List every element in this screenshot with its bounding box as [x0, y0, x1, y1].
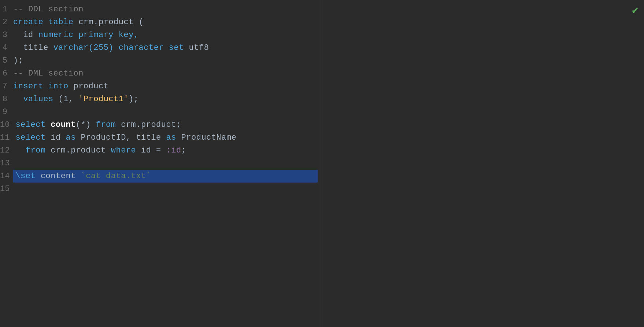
line-content-4: title varchar(255) character set utf8 — [13, 41, 318, 54]
code-line-11: 11select id as ProductID, title as Produ… — [0, 131, 322, 144]
code-line-2: 2create table crm.product ( — [0, 16, 322, 29]
code-line-12: 12 from crm.product where id = :id; — [0, 144, 322, 157]
line-number-6: 6 — [0, 67, 13, 80]
code-area[interactable]: 1-- DDL section2create table crm.product… — [0, 0, 322, 327]
line-content-15 — [15, 183, 318, 195]
code-line-6: 6-- DML section — [0, 67, 322, 80]
line-content-2: create table crm.product ( — [13, 16, 318, 29]
line-content-12: from crm.product where id = :id; — [15, 144, 318, 157]
code-line-7: 7insert into product — [0, 80, 322, 93]
code-line-3: 3 id numeric primary key, — [0, 29, 322, 41]
line-content-7: insert into product — [13, 80, 318, 93]
line-number-13: 13 — [0, 157, 15, 170]
code-line-8: 8 values (1, 'Product1'); — [0, 93, 322, 106]
line-number-10: 10 — [0, 118, 15, 131]
line-number-15: 15 — [0, 183, 15, 195]
line-number-1: 1 — [0, 3, 13, 16]
code-line-10: 10select count(*) from crm.product; — [0, 118, 322, 131]
line-content-9 — [13, 106, 318, 118]
checkmark-icon: ✔ — [632, 4, 638, 17]
right-panel: ✔ — [322, 0, 644, 327]
line-content-13 — [15, 157, 318, 170]
line-content-14: \set content `cat data.txt` — [13, 170, 318, 183]
line-content-5: ); — [13, 54, 318, 67]
code-line-15: 15 — [0, 183, 322, 195]
line-content-3: id numeric primary key, — [13, 29, 318, 41]
line-number-8: 8 — [0, 93, 13, 106]
code-line-5: 5); — [0, 54, 322, 67]
line-number-2: 2 — [0, 16, 13, 29]
line-content-8: values (1, 'Product1'); — [13, 93, 318, 106]
line-number-3: 3 — [0, 29, 13, 41]
line-content-1: -- DDL section — [13, 3, 318, 16]
code-line-4: 4 title varchar(255) character set utf8 — [0, 41, 322, 54]
line-number-4: 4 — [0, 41, 13, 54]
code-line-1: 1-- DDL section — [0, 3, 322, 16]
code-line-13: 13 — [0, 157, 322, 170]
line-number-7: 7 — [0, 80, 13, 93]
line-number-11: 11 — [0, 131, 15, 144]
code-line-9: 9 — [0, 106, 322, 118]
line-number-12: 12 — [0, 144, 15, 157]
code-line-14: 14\set content `cat data.txt` — [0, 170, 322, 183]
editor-container: 1-- DDL section2create table crm.product… — [0, 0, 644, 327]
line-content-6: -- DML section — [13, 67, 318, 80]
line-number-5: 5 — [0, 54, 13, 67]
line-content-11: select id as ProductID, title as Product… — [15, 131, 318, 144]
line-content-10: select count(*) from crm.product; — [15, 118, 318, 131]
line-number-9: 9 — [0, 106, 13, 118]
